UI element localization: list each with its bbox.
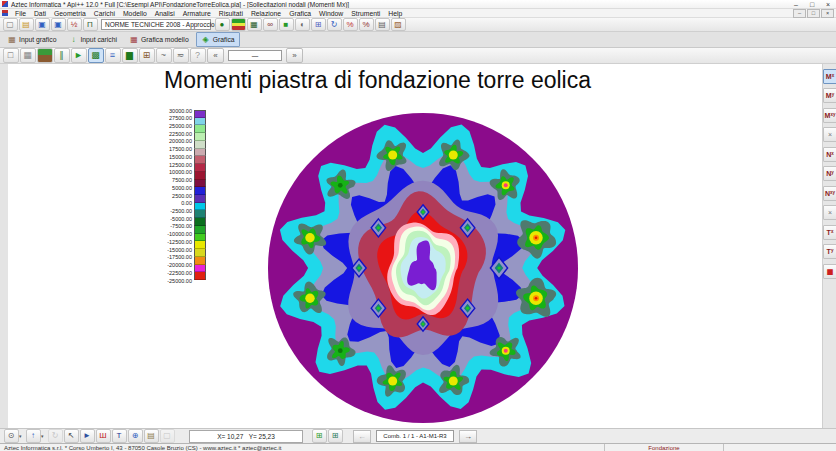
redraw-icon[interactable]: ↻ xyxy=(48,429,63,443)
text-annotation-icon[interactable]: T xyxy=(112,429,127,443)
component-ny-button[interactable]: Ny xyxy=(823,166,836,181)
mesh-comb-icon[interactable]: Ш xyxy=(96,429,111,443)
percent-strike-icon[interactable]: % xyxy=(359,18,374,31)
new-file-icon[interactable]: ▢ xyxy=(3,18,18,31)
menu-relazione[interactable]: Relazione xyxy=(247,10,285,17)
component-tx-button[interactable]: Tx xyxy=(823,225,836,240)
query-icon[interactable]: ? xyxy=(190,48,206,63)
run-analysis-icon[interactable]: ● xyxy=(215,18,230,31)
open-file-icon[interactable]: ▤ xyxy=(19,18,34,31)
contour-map-icon[interactable]: ▩ xyxy=(88,48,104,63)
pan-view-icon[interactable]: ► xyxy=(71,48,87,63)
table-icon[interactable]: ⊞ xyxy=(139,48,155,63)
section-curve-icon[interactable]: ~ xyxy=(156,48,172,63)
design-code-select[interactable]: NORME TECNICHE 2008 - Approccio 2 ▾ xyxy=(101,19,211,30)
legend-value: 27500.00 xyxy=(160,115,192,121)
menu-armature[interactable]: Armature xyxy=(179,10,215,17)
menu-file[interactable]: File xyxy=(11,10,30,17)
soil-layers-icon[interactable] xyxy=(37,48,53,63)
legend-value: -2500.00 xyxy=(160,208,192,214)
print-setup-icon[interactable]: ▤ xyxy=(375,18,390,31)
export-image-icon[interactable]: ▤ xyxy=(144,429,159,443)
combination-select[interactable]: Comb. 1 / 1 - A1-M1-R3 xyxy=(376,430,454,442)
next-combination-button[interactable]: → xyxy=(459,430,477,443)
component-nxy-button[interactable]: Nxy xyxy=(823,186,836,201)
edit-grid-icon[interactable]: ⊞ xyxy=(311,18,326,31)
material-icon[interactable]: ■ xyxy=(279,18,294,31)
select-rect-icon[interactable]: □ xyxy=(3,48,19,63)
values-table-icon[interactable]: ⊞ xyxy=(328,429,343,443)
fit-view-icon-dropdown[interactable]: ▾ xyxy=(41,433,46,439)
units-icon[interactable]: ½ xyxy=(67,18,82,31)
tab-grafica[interactable]: ◈Grafica xyxy=(196,32,240,47)
legend-swatch xyxy=(194,180,206,188)
load-scale-icon[interactable]: Π xyxy=(83,18,98,31)
prev-combination-button[interactable]: ← xyxy=(353,430,371,443)
prev-view-button[interactable]: « xyxy=(207,48,224,63)
legend-value: -25000.00 xyxy=(160,278,192,284)
save-icon[interactable]: ▣ xyxy=(35,18,50,31)
menu-carichi[interactable]: Carichi xyxy=(90,10,119,17)
section-plane-icon[interactable]: ≂ xyxy=(173,48,189,63)
tab-grafica-modello[interactable]: ▦Grafica modello xyxy=(124,32,194,47)
status-spacer xyxy=(724,444,836,451)
mesh-icon[interactable]: ▦ xyxy=(247,18,262,31)
app-icon xyxy=(2,1,8,7)
save-all-icon[interactable]: ▣ xyxy=(51,18,66,31)
view-select[interactable]: — xyxy=(228,50,282,61)
separator-cut-icon[interactable]: × xyxy=(823,127,836,142)
legend-value: 15000.00 xyxy=(160,154,192,160)
menu-dati[interactable]: Dati xyxy=(30,10,50,17)
menu-help[interactable]: Help xyxy=(384,10,406,17)
menu-modello[interactable]: Modello xyxy=(119,10,151,17)
legend-swatch xyxy=(194,156,206,164)
speaker-icon[interactable]: ◖ xyxy=(295,18,310,31)
refresh-icon[interactable]: ↻ xyxy=(327,18,342,31)
node-grid-icon[interactable]: ▦ xyxy=(20,48,36,63)
tab-input-grafico[interactable]: ▦Input grafico xyxy=(2,32,61,47)
legend-swatch xyxy=(194,195,206,203)
separator-cut-icon-2[interactable]: × xyxy=(823,205,836,220)
contour-plot[interactable] xyxy=(262,108,584,428)
tab-input-carichi[interactable]: ↓Input carichi xyxy=(63,32,122,47)
probe-icon[interactable]: ► xyxy=(80,429,95,443)
menu-strumenti[interactable]: Strumenti xyxy=(347,10,384,17)
zoom-icon[interactable]: ⊙ xyxy=(4,429,19,443)
menu-geometria[interactable]: Geometria xyxy=(50,10,90,17)
title-bar: Aztec Informatica * Api++ 12.0 * Full [C… xyxy=(0,0,836,9)
close-button[interactable]: × xyxy=(820,1,836,8)
component-my-button[interactable]: My xyxy=(823,88,836,103)
menu-grafica[interactable]: Grafica xyxy=(285,10,315,17)
solid-view-icon[interactable]: ▆ xyxy=(122,48,138,63)
page-preview-icon[interactable]: ▢ xyxy=(160,429,175,443)
percent-icon[interactable]: % xyxy=(343,18,358,31)
stamp-icon[interactable]: ▨ xyxy=(391,18,406,31)
restore-button[interactable]: □ xyxy=(804,1,820,8)
component-nx-button[interactable]: Nx xyxy=(823,147,836,162)
diagram-settings-icon[interactable]: ⊞ xyxy=(312,429,327,443)
window-title: Aztec Informatica * Api++ 12.0 * Full [C… xyxy=(11,1,788,8)
menu-analisi[interactable]: Analisi xyxy=(151,10,179,17)
list-values-icon[interactable]: ≡ xyxy=(105,48,121,63)
menu-risultati[interactable]: Risultati xyxy=(215,10,247,17)
legend-value: 0.00 xyxy=(160,200,192,206)
foundation-plan-icon[interactable]: ▦ xyxy=(823,264,836,279)
globe-icon[interactable]: ⊕ xyxy=(128,429,143,443)
minimize-button[interactable]: – xyxy=(788,1,804,8)
component-mx-button[interactable]: Mx xyxy=(823,69,836,84)
hatch-icon[interactable]: ∥ xyxy=(54,48,70,63)
legend-colors-icon[interactable] xyxy=(231,18,246,31)
next-view-button[interactable]: » xyxy=(286,48,303,63)
binoculars-icon[interactable]: ∞ xyxy=(263,18,278,31)
mdi-restore-button[interactable]: □ xyxy=(807,9,820,18)
mdi-close-button[interactable]: × xyxy=(821,9,834,18)
select-entity-icon[interactable]: ↖ xyxy=(64,429,79,443)
drawing-canvas[interactable]: Momenti piastra di fondazione torre eoli… xyxy=(8,64,822,428)
mdi-minimize-button[interactable]: – xyxy=(793,9,806,18)
menu-window[interactable]: Window xyxy=(315,10,347,17)
fit-view-icon[interactable]: ↑ xyxy=(26,429,41,443)
legend-swatch xyxy=(194,257,206,265)
component-mxy-button[interactable]: Mxy xyxy=(823,108,836,123)
component-ty-button[interactable]: Ty xyxy=(823,244,836,259)
zoom-icon-dropdown[interactable]: ▾ xyxy=(19,433,24,439)
